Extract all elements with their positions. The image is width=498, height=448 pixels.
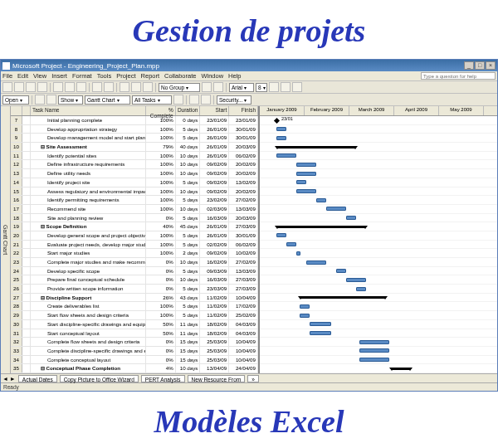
- table-row[interactable]: 23Complete major studies and make recomm…: [11, 258, 258, 267]
- task-bar[interactable]: [296, 189, 316, 193]
- table-row[interactable]: 11Identify potential sites100%10 days26/…: [11, 152, 258, 161]
- table-row[interactable]: 17Recommend site100%10 days02/03/0913/03…: [11, 205, 258, 214]
- col-finish[interactable]: Finish: [229, 106, 258, 115]
- paste-icon[interactable]: [76, 82, 86, 92]
- col-indicator[interactable]: [22, 106, 31, 115]
- link-icon[interactable]: [120, 82, 129, 92]
- print-icon[interactable]: [37, 82, 47, 92]
- tab-new-resource[interactable]: New Resource From: [188, 375, 246, 382]
- task-bar[interactable]: [276, 127, 286, 131]
- table-row[interactable]: 33Complete discipline-specific drawings …: [11, 347, 258, 356]
- task-bar[interactable]: [286, 242, 296, 246]
- col-id[interactable]: [11, 106, 22, 115]
- table-row[interactable]: 30Start discipline-specific drawings and…: [11, 320, 258, 329]
- task-bar[interactable]: [359, 358, 389, 362]
- task-bar[interactable]: [300, 304, 310, 309]
- task-bar[interactable]: [276, 153, 296, 158]
- task-bar[interactable]: [316, 198, 326, 202]
- split-icon[interactable]: [143, 82, 153, 92]
- table-row[interactable]: 32Complete flow sheets and design criter…: [11, 338, 258, 347]
- table-row[interactable]: 22Start major studies100%2 days09/02/091…: [11, 249, 258, 258]
- table-row[interactable]: 16Identify permitting requirements100%5 …: [11, 196, 258, 205]
- table-row[interactable]: 34Complete conceptual layout0%15 days25/…: [11, 356, 258, 365]
- table-row[interactable]: 31Start conceptual layout50%11 days18/02…: [11, 329, 258, 338]
- menu-report[interactable]: Report: [141, 72, 160, 80]
- bold-icon[interactable]: [269, 82, 279, 92]
- task-bar[interactable]: [310, 331, 331, 335]
- font-name-select[interactable]: Arial: [229, 83, 254, 92]
- table-row[interactable]: 18Site and planning review0%5 days16/03/…: [11, 214, 258, 223]
- task-bar[interactable]: [296, 180, 306, 184]
- task-bar[interactable]: [336, 269, 346, 273]
- task-bar[interactable]: [300, 314, 310, 318]
- task-bar[interactable]: [276, 233, 286, 237]
- indent-icon[interactable]: [46, 95, 56, 105]
- task-bar[interactable]: [296, 163, 316, 167]
- task-bar[interactable]: [296, 172, 316, 176]
- new-icon[interactable]: [2, 82, 12, 92]
- outdent-icon[interactable]: [35, 95, 45, 105]
- table-row[interactable]: 7Initial planning complete100%0 days23/0…: [11, 116, 258, 125]
- task-bar[interactable]: [346, 216, 356, 220]
- table-row[interactable]: 14Identify project site100%5 days09/02/0…: [11, 178, 258, 187]
- zoom-in-icon[interactable]: [202, 82, 212, 92]
- task-bar[interactable]: [356, 287, 366, 291]
- tab-pert[interactable]: PERT Analysis: [141, 375, 185, 382]
- table-row[interactable]: 20Develop general scope and project obje…: [11, 231, 258, 241]
- close-button[interactable]: ×: [486, 61, 496, 70]
- table-row[interactable]: 21Evaluate project needs, develop major …: [11, 241, 258, 250]
- table-row[interactable]: 15Assess regulatory and environmental im…: [11, 187, 258, 197]
- menu-tools[interactable]: Tools: [97, 72, 112, 80]
- table-row[interactable]: 13Define utility needs100%10 days09/02/0…: [11, 169, 258, 178]
- underline-icon[interactable]: [292, 82, 302, 92]
- col-pct-complete[interactable]: % Complete: [146, 106, 176, 115]
- save-icon[interactable]: [26, 82, 36, 92]
- security-dropdown[interactable]: Security...: [217, 95, 251, 105]
- menu-help[interactable]: Help: [228, 72, 241, 80]
- redo-icon[interactable]: [104, 82, 114, 92]
- table-row[interactable]: 28Create deliverables list100%5 days11/0…: [11, 302, 258, 311]
- task-bar[interactable]: [359, 340, 389, 344]
- task-bar[interactable]: [276, 136, 286, 140]
- goto-icon[interactable]: [189, 95, 199, 105]
- task-bar[interactable]: [296, 251, 300, 256]
- table-row[interactable]: 8Develop appropriation strategy100%5 day…: [11, 125, 258, 134]
- summary-bar[interactable]: [276, 226, 366, 228]
- summary-bar[interactable]: [276, 146, 356, 149]
- help-search-input[interactable]: [421, 72, 496, 80]
- tab-copy-picture[interactable]: Copy Picture to Office Wizard: [60, 375, 139, 382]
- milestone-icon[interactable]: [274, 117, 280, 123]
- table-row[interactable]: 25Prepare final conceptual schedule0%10 …: [11, 275, 258, 285]
- summary-bar[interactable]: [391, 368, 411, 370]
- zoom-out-icon[interactable]: [213, 82, 223, 92]
- font-size-select[interactable]: 8: [256, 83, 267, 92]
- task-bar[interactable]: [310, 322, 331, 326]
- table-row[interactable]: 27⊟ Discipline Support26%43 days11/02/09…: [11, 294, 258, 303]
- italic-icon[interactable]: [281, 82, 290, 92]
- group-select[interactable]: No Group: [159, 83, 200, 92]
- table-row[interactable]: 12Define infrastructure requirements100%…: [11, 160, 258, 169]
- undo-icon[interactable]: [92, 82, 102, 92]
- menu-format[interactable]: Format: [72, 72, 92, 80]
- menu-edit[interactable]: Edit: [17, 72, 28, 80]
- menu-insert[interactable]: Insert: [51, 72, 67, 80]
- menu-view[interactable]: View: [33, 72, 46, 80]
- maximize-button[interactable]: □: [475, 61, 485, 70]
- info-icon[interactable]: [201, 95, 211, 105]
- table-row[interactable]: 10⊟ Site Assessment79%40 days26/01/0920/…: [11, 143, 258, 152]
- table-row[interactable]: 26Provide written scope information0%5 d…: [11, 285, 258, 294]
- summary-bar[interactable]: [300, 296, 386, 299]
- filter-icon[interactable]: [173, 95, 183, 105]
- open-icon[interactable]: [14, 82, 24, 92]
- table-row[interactable]: 29Start flow sheets and design criteria1…: [11, 311, 258, 320]
- task-bar[interactable]: [306, 261, 326, 265]
- copy-icon[interactable]: [65, 82, 75, 92]
- table-row[interactable]: 35⊟ Conceptual Phase Completion4%10 days…: [11, 364, 258, 373]
- cut-icon[interactable]: [53, 82, 63, 92]
- view-select[interactable]: Gantt Chart: [85, 95, 130, 105]
- table-row[interactable]: 9Develop management model and start plan…: [11, 134, 258, 143]
- show-dropdown[interactable]: Show: [58, 95, 83, 105]
- col-task-name[interactable]: Task Name: [31, 106, 146, 115]
- task-bar[interactable]: [346, 278, 366, 282]
- filter-select[interactable]: All Tasks: [132, 95, 172, 105]
